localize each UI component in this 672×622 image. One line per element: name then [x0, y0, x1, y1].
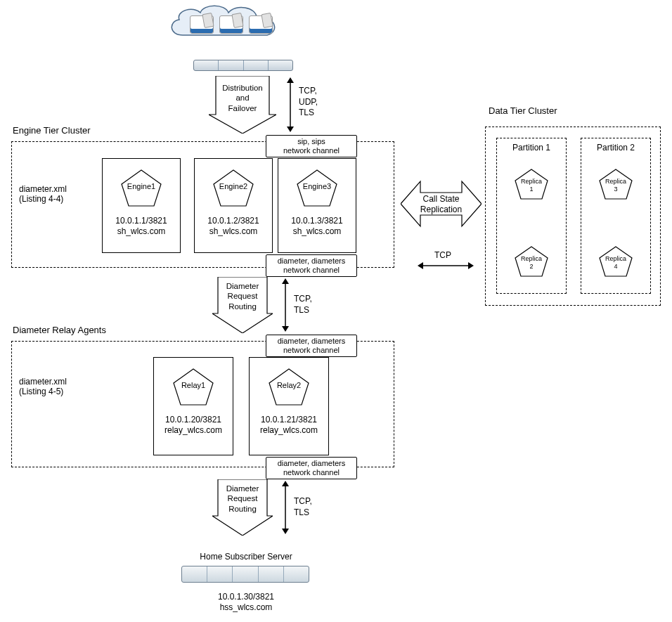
- sip-channel-box: sip, sips network channel: [266, 135, 357, 157]
- svg-text:4: 4: [614, 263, 617, 270]
- relay2-addr: 10.0.1.21/3821 relay_wlcs.com: [260, 415, 318, 436]
- engine1-node: Engine1 10.0.1.1/3821 sh_wlcs.com: [102, 158, 181, 253]
- pentagon-icon: Replica1: [514, 168, 549, 200]
- svg-marker-1: [287, 77, 294, 83]
- svg-text:3: 3: [614, 186, 617, 193]
- engine-tier-title: Engine Tier Cluster: [13, 125, 91, 136]
- svg-marker-25: [282, 278, 289, 284]
- diameter-channel-box-relay-bottom: diameter, diameters network channel: [266, 457, 357, 479]
- double-arrow-vertical-icon: [285, 77, 296, 132]
- call-state-replication-arrow: Call State Replication: [401, 176, 482, 232]
- engine3-addr: 10.0.1.3/3821 sh_wlcs.com: [291, 216, 342, 237]
- svg-text:Replica: Replica: [605, 178, 626, 185]
- svg-text:Replica: Replica: [521, 178, 542, 185]
- server-icon: [181, 566, 309, 583]
- svg-marker-32: [282, 481, 289, 486]
- tcp-label: TCP: [434, 250, 451, 261]
- svg-marker-33: [282, 529, 289, 534]
- double-arrow-vertical-icon: [280, 278, 291, 332]
- pentagon-icon: Relay1: [172, 368, 214, 406]
- protocols-label-bottom: TCP, TLS: [294, 496, 312, 518]
- pentagon-icon: Engine3: [296, 169, 338, 207]
- svg-marker-2: [287, 127, 294, 132]
- svg-text:Replica: Replica: [605, 255, 626, 262]
- partition-2: Partition 2 Replica3 Replica4: [581, 138, 651, 294]
- pentagon-icon: Relay2: [268, 368, 310, 406]
- hss-addr: 10.0.1.30/3821 hss_wlcs.com: [183, 592, 309, 613]
- diameter-routing-arrow-1: Diameter Request Routing: [212, 277, 273, 333]
- relay2-node: Relay2 10.0.1.21/3821 relay_wlcs.com: [249, 357, 329, 455]
- svg-text:2: 2: [529, 263, 533, 270]
- svg-marker-27: [174, 369, 213, 405]
- diameter-channel-box-relay-top: diameter, diameters network channel: [266, 335, 357, 357]
- data-tier-title: Data Tier Cluster: [489, 105, 557, 116]
- double-arrow-horizontal-icon: [418, 260, 474, 271]
- svg-text:Replica: Replica: [521, 255, 542, 262]
- partition-2-title: Partition 2: [597, 143, 635, 153]
- pentagon-icon: Replica4: [598, 245, 633, 278]
- diameter-routing-label-1: Diameter Request Routing: [212, 281, 273, 311]
- diameter-channel-box-engine: diameter, diameters network channel: [266, 254, 357, 277]
- svg-text:1: 1: [529, 186, 533, 193]
- data-tier-cluster: Partition 1 Replica1 Replica2 Partition …: [485, 127, 661, 306]
- diagram-root: Distribution and Failover TCP, UDP, TLS …: [0, 0, 672, 622]
- diameter-routing-label-2: Diameter Request Routing: [212, 484, 273, 514]
- phone-icon: [190, 15, 214, 34]
- pentagon-icon: Replica3: [598, 168, 633, 200]
- protocols-label-top: TCP, UDP, TLS: [299, 86, 318, 119]
- svg-marker-7: [297, 170, 337, 206]
- engine3-node: Engine3 10.0.1.3/3821 sh_wlcs.com: [278, 158, 356, 253]
- engine2-addr: 10.0.1.2/3821 sh_wlcs.com: [207, 216, 259, 237]
- engine1-addr: 10.0.1.1/3821 sh_wlcs.com: [115, 216, 167, 237]
- svg-marker-26: [282, 326, 289, 332]
- engine2-node: Engine2 10.0.1.2/3821 sh_wlcs.com: [194, 158, 273, 253]
- pentagon-icon: Engine2: [212, 169, 254, 207]
- svg-marker-10: [418, 262, 423, 269]
- engine-config-label: diameter.xml (Listing 4-4): [19, 184, 67, 204]
- svg-marker-29: [269, 369, 309, 405]
- phones-group: [190, 15, 273, 34]
- svg-marker-3: [122, 170, 161, 206]
- phone-icon: [249, 15, 273, 34]
- svg-marker-5: [214, 170, 253, 206]
- pentagon-icon: Replica2: [514, 245, 549, 278]
- relay1-addr: 10.0.1.20/3821 relay_wlcs.com: [164, 415, 222, 436]
- diameter-routing-arrow-2: Diameter Request Routing: [212, 479, 273, 536]
- distribution-failover-label: Distribution and Failover: [209, 83, 276, 113]
- partition-1: Partition 1 Replica1 Replica2: [496, 138, 567, 294]
- hss-title: Home Subscriber Server: [183, 552, 309, 562]
- relay-agents-title: Diameter Relay Agents: [13, 325, 106, 335]
- load-balancer-icon: [193, 60, 293, 71]
- pentagon-icon: Engine1: [120, 169, 162, 207]
- call-state-label: Call State Replication: [401, 194, 482, 215]
- protocols-label-mid: TCP, TLS: [294, 294, 312, 316]
- distribution-failover-arrow: Distribution and Failover: [209, 76, 276, 134]
- phone-icon: [219, 15, 243, 34]
- relay-config-label: diameter.xml (Listing 4-5): [19, 377, 67, 396]
- partition-1-title: Partition 1: [512, 143, 550, 153]
- double-arrow-vertical-icon: [280, 481, 291, 534]
- svg-marker-11: [468, 262, 474, 269]
- relay1-node: Relay1 10.0.1.20/3821 relay_wlcs.com: [153, 357, 233, 455]
